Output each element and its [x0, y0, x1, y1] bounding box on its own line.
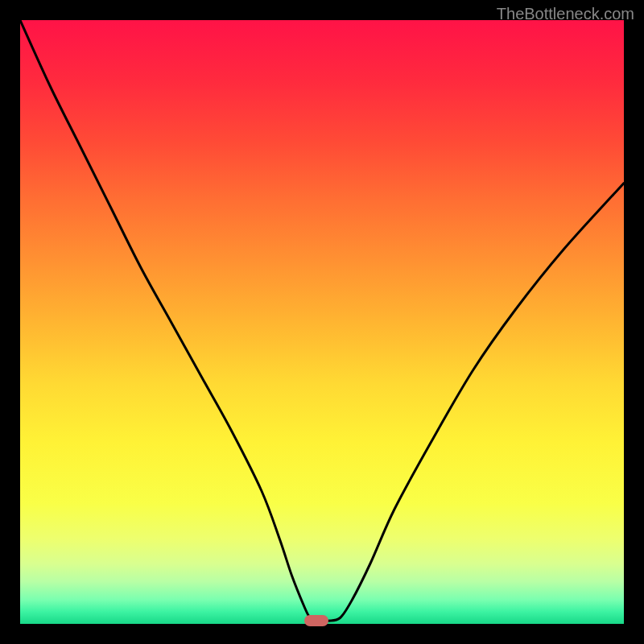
watermark-text: TheBottleneck.com — [497, 5, 634, 23]
gradient-plot-bg — [20, 20, 624, 624]
chart-frame: TheBottleneck.com — [0, 0, 644, 644]
svg-rect-0 — [20, 20, 624, 624]
optimal-marker — [304, 615, 328, 626]
